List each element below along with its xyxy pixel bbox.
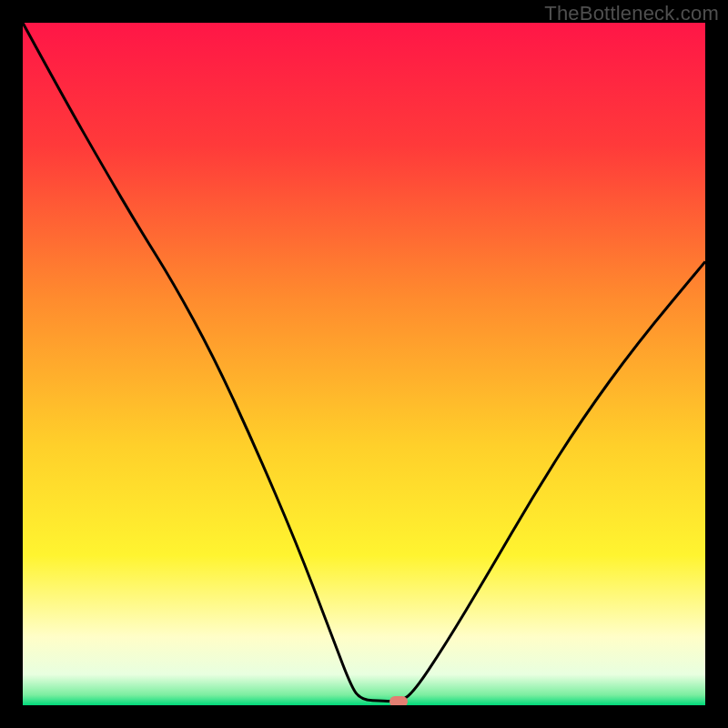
chart-svg [23, 23, 705, 705]
gradient-rect [23, 23, 705, 705]
watermark-text: TheBottleneck.com [544, 2, 719, 25]
plot-area [23, 23, 705, 705]
optimal-marker [389, 696, 408, 706]
chart-frame: TheBottleneck.com [0, 0, 728, 728]
